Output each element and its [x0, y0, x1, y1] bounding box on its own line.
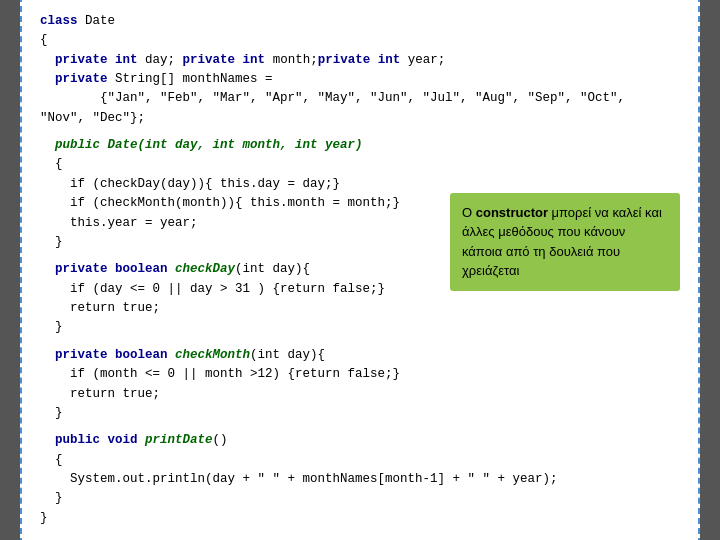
- code-line: private String[] monthNames =: [40, 70, 680, 89]
- code-line: }: [40, 489, 680, 508]
- code-line: {: [40, 155, 680, 174]
- spacer: [40, 423, 680, 431]
- tooltip-text: Ο constructor μπορεί να καλεί και άλλες …: [462, 205, 662, 279]
- code-panel: class Date { private int day; private in…: [20, 0, 700, 540]
- code-line: return true;: [40, 385, 680, 404]
- code-line: System.out.println(day + " " + monthName…: [40, 470, 680, 489]
- code-line: }: [40, 404, 680, 423]
- code-line: public void printDate(): [40, 431, 680, 450]
- code-line: "Nov", "Dec"};: [40, 109, 680, 128]
- code-line: }: [40, 509, 680, 528]
- code-line: public Date(int day, int month, int year…: [40, 136, 680, 155]
- code-line: {"Jan", "Feb", "Mar", "Apr", "May", "Jun…: [40, 89, 680, 108]
- code-line: {: [40, 451, 680, 470]
- code-line: {: [40, 31, 680, 50]
- tooltip-box: Ο constructor μπορεί να καλεί και άλλες …: [450, 193, 680, 291]
- code-line: return true;: [40, 299, 680, 318]
- code-line: }: [40, 318, 680, 337]
- code-line: class Date: [40, 12, 680, 31]
- spacer: [40, 128, 680, 136]
- code-line: if (month <= 0 || month >12) {return fal…: [40, 365, 680, 384]
- code-line: private boolean checkMonth(int day){: [40, 346, 680, 365]
- code-line: private int day; private int month;priva…: [40, 51, 680, 70]
- code-line: if (checkDay(day)){ this.day = day;}: [40, 175, 680, 194]
- spacer: [40, 338, 680, 346]
